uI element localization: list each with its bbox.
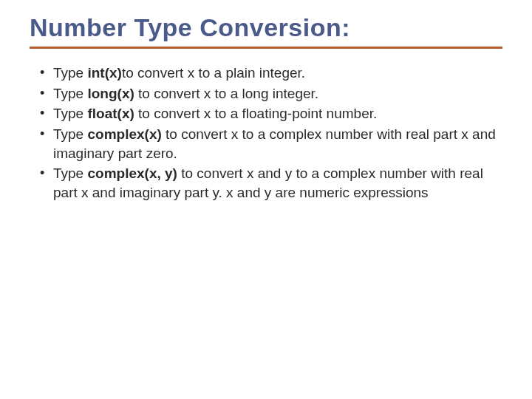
bullet-pre: Type <box>53 126 87 142</box>
list-item: Type complex(x, y) to convert x and y to… <box>37 164 502 202</box>
bullet-list: Type int(x)to convert x to a plain integ… <box>30 64 502 202</box>
bullet-pre: Type <box>53 166 87 181</box>
bullet-fn: complex(x) <box>87 126 161 142</box>
list-item: Type long(x) to convert x to a long inte… <box>37 84 502 103</box>
slide: Number Type Conversion: Type int(x)to co… <box>0 0 532 202</box>
horizontal-rule <box>30 47 502 49</box>
bullet-fn: long(x) <box>87 86 134 101</box>
bullet-post: to convert x to a floating-point number. <box>134 106 377 121</box>
bullet-pre: Type <box>53 65 87 81</box>
slide-title: Number Type Conversion: <box>30 13 502 42</box>
bullet-post: to convert x to a plain integer. <box>122 65 305 81</box>
bullet-fn: float(x) <box>87 106 134 121</box>
bullet-pre: Type <box>53 86 87 101</box>
bullet-fn: complex(x, y) <box>87 166 177 181</box>
list-item: Type int(x)to convert x to a plain integ… <box>37 64 502 83</box>
bullet-pre: Type <box>53 106 87 121</box>
list-item: Type complex(x) to convert x to a comple… <box>37 125 502 163</box>
bullet-post: to convert x to a long integer. <box>134 86 318 101</box>
list-item: Type float(x) to convert x to a floating… <box>37 104 502 123</box>
bullet-fn: int(x) <box>87 65 121 81</box>
